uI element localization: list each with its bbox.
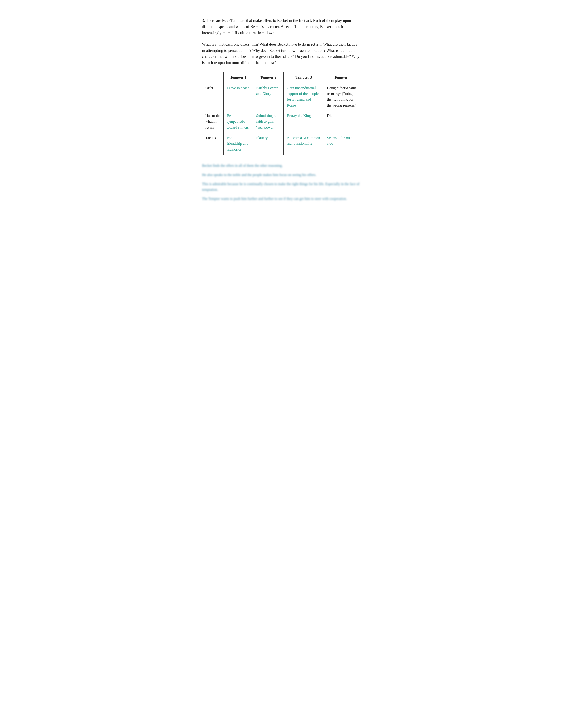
offer-tempter1: Leave in peace bbox=[223, 83, 253, 111]
offer-tempter4: Being either a saint or martyr (Doing th… bbox=[324, 83, 361, 111]
return-tempter4: Die bbox=[324, 111, 361, 133]
offer-tempter3: Gain unconditional support of the people… bbox=[284, 83, 324, 111]
col-header-tempter3: Tempter 3 bbox=[284, 72, 324, 83]
row-label-tactics: Tactics bbox=[202, 133, 224, 155]
return-tempter3: Betray the King bbox=[284, 111, 324, 133]
row-label-offer: Offer bbox=[202, 83, 224, 111]
col-header-tempter4: Tempter 4 bbox=[324, 72, 361, 83]
return-tempter1: Be sympathetic toward sinners bbox=[223, 111, 253, 133]
return-tempter2: Submitting his faith to gain “real power… bbox=[253, 111, 284, 133]
tactics-tempter1: Fond friendship and memories bbox=[223, 133, 253, 155]
row-label-return: Has to do what in return bbox=[202, 111, 224, 133]
table-row-offer: Offer Leave in peace Earthly Power and G… bbox=[202, 83, 361, 111]
blurred-answers: Becket finds the offers in all of them t… bbox=[202, 163, 361, 202]
intro-paragraph-1: 3. There are Four Tempters that make off… bbox=[202, 18, 361, 36]
table-row-tactics: Tactics Fond friendship and memories Fla… bbox=[202, 133, 361, 155]
table-row-return: Has to do what in return Be sympathetic … bbox=[202, 111, 361, 133]
col-header-tempter2: Tempter 2 bbox=[253, 72, 284, 83]
col-header-tempter1: Tempter 1 bbox=[223, 72, 253, 83]
col-header-blank bbox=[202, 72, 224, 83]
tempters-table: Tempter 1 Tempter 2 Tempter 3 Tempter 4 … bbox=[202, 72, 361, 155]
blurred-line-2: He also speaks to the noble and the peop… bbox=[202, 172, 361, 178]
questions-paragraph: What is it that each one offers him? Wha… bbox=[202, 41, 361, 66]
tactics-tempter4: Seems to be on his side bbox=[324, 133, 361, 155]
blurred-line-4: The Tempter wants to push him further an… bbox=[202, 196, 361, 202]
offer-tempter2: Earthly Power and Glory bbox=[253, 83, 284, 111]
blurred-line-3: This is admirable because he is continua… bbox=[202, 181, 361, 192]
blurred-line-1: Becket finds the offers in all of them t… bbox=[202, 163, 361, 169]
tactics-tempter2: Flattery bbox=[253, 133, 284, 155]
tactics-tempter3: Appears as a common man / nationalist bbox=[284, 133, 324, 155]
